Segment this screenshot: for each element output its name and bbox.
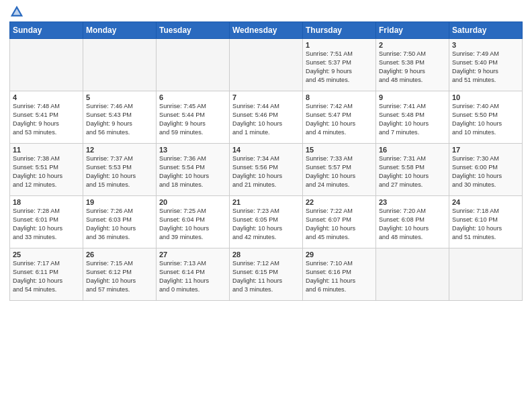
day-number: 4: [13, 93, 80, 101]
day-number: 8: [306, 93, 373, 101]
week-row-3: 11Sunrise: 7:38 AM Sunset: 5:51 PM Dayli…: [10, 144, 523, 196]
day-cell: 16Sunrise: 7:31 AM Sunset: 5:58 PM Dayli…: [376, 144, 449, 196]
day-number: 24: [452, 198, 519, 206]
day-cell: 27Sunrise: 7:13 AM Sunset: 6:14 PM Dayli…: [157, 248, 230, 301]
day-number: 18: [13, 198, 80, 206]
day-info: Sunrise: 7:37 AM Sunset: 5:53 PM Dayligh…: [86, 154, 153, 189]
day-cell: 13Sunrise: 7:36 AM Sunset: 5:54 PM Dayli…: [157, 144, 230, 196]
day-info: Sunrise: 7:25 AM Sunset: 6:04 PM Dayligh…: [159, 207, 226, 242]
day-number: 10: [452, 93, 519, 101]
col-header-friday: Friday: [376, 22, 449, 39]
day-info: Sunrise: 7:40 AM Sunset: 5:50 PM Dayligh…: [452, 102, 519, 137]
day-info: Sunrise: 7:45 AM Sunset: 5:44 PM Dayligh…: [159, 102, 226, 137]
col-header-saturday: Saturday: [449, 22, 523, 39]
day-number: 5: [86, 93, 153, 101]
day-info: Sunrise: 7:31 AM Sunset: 5:58 PM Dayligh…: [379, 154, 446, 189]
day-cell: [83, 39, 157, 91]
day-number: 3: [452, 41, 519, 49]
logo: [9, 7, 23, 17]
logo-icon: [11, 5, 23, 17]
day-number: 17: [452, 146, 519, 154]
day-number: 9: [379, 93, 446, 101]
day-cell: 23Sunrise: 7:20 AM Sunset: 6:08 PM Dayli…: [376, 196, 449, 248]
day-cell: 28Sunrise: 7:12 AM Sunset: 6:15 PM Dayli…: [230, 248, 303, 301]
day-cell: 6Sunrise: 7:45 AM Sunset: 5:44 PM Daylig…: [157, 91, 230, 144]
day-number: 25: [13, 250, 80, 259]
day-cell: 25Sunrise: 7:17 AM Sunset: 6:11 PM Dayli…: [10, 248, 83, 301]
day-info: Sunrise: 7:15 AM Sunset: 6:12 PM Dayligh…: [86, 259, 153, 294]
day-cell: [157, 39, 230, 91]
day-info: Sunrise: 7:13 AM Sunset: 6:14 PM Dayligh…: [159, 259, 226, 294]
col-header-sunday: Sunday: [10, 22, 83, 39]
day-number: 2: [379, 41, 446, 49]
day-cell: 19Sunrise: 7:26 AM Sunset: 6:03 PM Dayli…: [83, 196, 157, 248]
day-cell: 18Sunrise: 7:28 AM Sunset: 6:01 PM Dayli…: [10, 196, 83, 248]
calendar: SundayMondayTuesdayWednesdayThursdayFrid…: [9, 21, 523, 301]
day-cell: 9Sunrise: 7:41 AM Sunset: 5:48 PM Daylig…: [376, 91, 449, 144]
day-cell: 3Sunrise: 7:49 AM Sunset: 5:40 PM Daylig…: [449, 39, 523, 91]
col-header-monday: Monday: [83, 22, 157, 39]
day-cell: 26Sunrise: 7:15 AM Sunset: 6:12 PM Dayli…: [83, 248, 157, 301]
day-number: 7: [232, 93, 300, 101]
day-info: Sunrise: 7:34 AM Sunset: 5:56 PM Dayligh…: [232, 154, 300, 189]
day-cell: [376, 248, 449, 301]
day-cell: 24Sunrise: 7:18 AM Sunset: 6:10 PM Dayli…: [449, 196, 523, 248]
day-cell: [230, 39, 303, 91]
week-row-1: 1Sunrise: 7:51 AM Sunset: 5:37 PM Daylig…: [10, 39, 523, 91]
day-info: Sunrise: 7:48 AM Sunset: 5:41 PM Dayligh…: [13, 102, 80, 137]
day-cell: 8Sunrise: 7:42 AM Sunset: 5:47 PM Daylig…: [303, 91, 376, 144]
day-info: Sunrise: 7:50 AM Sunset: 5:38 PM Dayligh…: [379, 50, 446, 85]
day-number: 28: [232, 250, 300, 259]
day-info: Sunrise: 7:18 AM Sunset: 6:10 PM Dayligh…: [452, 207, 519, 242]
day-cell: 4Sunrise: 7:48 AM Sunset: 5:41 PM Daylig…: [10, 91, 83, 144]
day-number: 14: [232, 146, 300, 154]
day-number: 22: [306, 198, 373, 206]
col-header-tuesday: Tuesday: [157, 22, 230, 39]
day-info: Sunrise: 7:36 AM Sunset: 5:54 PM Dayligh…: [159, 154, 226, 189]
day-info: Sunrise: 7:51 AM Sunset: 5:37 PM Dayligh…: [306, 50, 373, 85]
day-cell: 5Sunrise: 7:46 AM Sunset: 5:43 PM Daylig…: [83, 91, 157, 144]
day-cell: 2Sunrise: 7:50 AM Sunset: 5:38 PM Daylig…: [376, 39, 449, 91]
day-info: Sunrise: 7:10 AM Sunset: 6:16 PM Dayligh…: [306, 259, 373, 294]
day-cell: 20Sunrise: 7:25 AM Sunset: 6:04 PM Dayli…: [157, 196, 230, 248]
page: SundayMondayTuesdayWednesdayThursdayFrid…: [0, 0, 532, 411]
header: [9, 7, 523, 17]
day-number: 27: [159, 250, 226, 259]
week-row-4: 18Sunrise: 7:28 AM Sunset: 6:01 PM Dayli…: [10, 196, 523, 248]
day-info: Sunrise: 7:33 AM Sunset: 5:57 PM Dayligh…: [306, 154, 373, 189]
day-number: 1: [306, 41, 373, 49]
day-info: Sunrise: 7:26 AM Sunset: 6:03 PM Dayligh…: [86, 207, 153, 242]
day-number: 16: [379, 146, 446, 154]
day-cell: 7Sunrise: 7:44 AM Sunset: 5:46 PM Daylig…: [230, 91, 303, 144]
day-number: 6: [159, 93, 226, 101]
day-info: Sunrise: 7:42 AM Sunset: 5:47 PM Dayligh…: [306, 102, 373, 137]
day-number: 20: [159, 198, 226, 206]
day-info: Sunrise: 7:17 AM Sunset: 6:11 PM Dayligh…: [13, 259, 80, 294]
day-info: Sunrise: 7:46 AM Sunset: 5:43 PM Dayligh…: [86, 102, 153, 137]
day-info: Sunrise: 7:44 AM Sunset: 5:46 PM Dayligh…: [232, 102, 300, 137]
day-cell: 10Sunrise: 7:40 AM Sunset: 5:50 PM Dayli…: [449, 91, 523, 144]
day-info: Sunrise: 7:30 AM Sunset: 6:00 PM Dayligh…: [452, 154, 519, 189]
day-info: Sunrise: 7:23 AM Sunset: 6:05 PM Dayligh…: [232, 207, 300, 242]
day-cell: 22Sunrise: 7:22 AM Sunset: 6:07 PM Dayli…: [303, 196, 376, 248]
day-info: Sunrise: 7:41 AM Sunset: 5:48 PM Dayligh…: [379, 102, 446, 137]
col-header-wednesday: Wednesday: [230, 22, 303, 39]
day-number: 11: [13, 146, 80, 154]
day-cell: 11Sunrise: 7:38 AM Sunset: 5:51 PM Dayli…: [10, 144, 83, 196]
day-cell: 1Sunrise: 7:51 AM Sunset: 5:37 PM Daylig…: [303, 39, 376, 91]
day-cell: [10, 39, 83, 91]
day-number: 23: [379, 198, 446, 206]
day-number: 12: [86, 146, 153, 154]
day-cell: 15Sunrise: 7:33 AM Sunset: 5:57 PM Dayli…: [303, 144, 376, 196]
day-info: Sunrise: 7:12 AM Sunset: 6:15 PM Dayligh…: [232, 259, 300, 294]
day-info: Sunrise: 7:20 AM Sunset: 6:08 PM Dayligh…: [379, 207, 446, 242]
day-info: Sunrise: 7:22 AM Sunset: 6:07 PM Dayligh…: [306, 207, 373, 242]
day-info: Sunrise: 7:28 AM Sunset: 6:01 PM Dayligh…: [13, 207, 80, 242]
day-cell: 21Sunrise: 7:23 AM Sunset: 6:05 PM Dayli…: [230, 196, 303, 248]
day-number: 15: [306, 146, 373, 154]
day-cell: [449, 248, 523, 301]
day-number: 21: [232, 198, 300, 206]
week-row-2: 4Sunrise: 7:48 AM Sunset: 5:41 PM Daylig…: [10, 91, 523, 144]
day-info: Sunrise: 7:49 AM Sunset: 5:40 PM Dayligh…: [452, 50, 519, 85]
day-info: Sunrise: 7:38 AM Sunset: 5:51 PM Dayligh…: [13, 154, 80, 189]
